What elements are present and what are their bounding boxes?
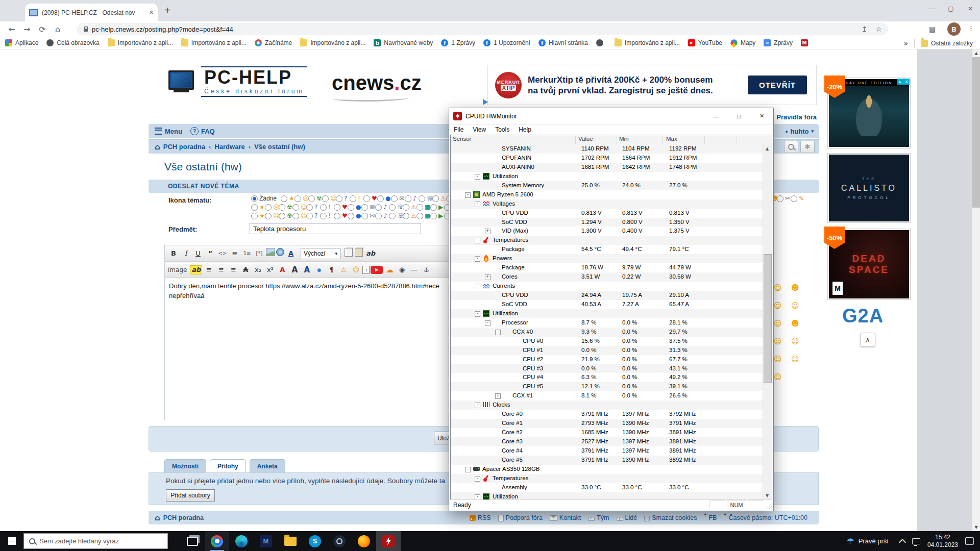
bookmark-item[interactable]: Mapy [730, 39, 755, 46]
radio[interactable] [389, 213, 396, 219]
radio[interactable] [292, 204, 299, 211]
bookmark-item[interactable]: Hlavní stránka [538, 39, 588, 46]
sensor-row[interactable]: CPU #2 21.9 % 0.0 % 67.7 % [451, 355, 763, 364]
bookmark-item[interactable]: Začínáme [255, 39, 292, 46]
chrome-taskbar-button[interactable] [205, 531, 229, 551]
bookmark-star-icon[interactable]: ☆ [875, 25, 882, 33]
scrollbar-up-arrow[interactable]: ▲ [972, 49, 980, 57]
radio[interactable] [295, 195, 301, 202]
radio[interactable] [419, 195, 425, 202]
bookmarks-overflow-icon[interactable]: » [903, 39, 908, 47]
radio[interactable] [432, 195, 439, 202]
forward-icon[interactable]: → [19, 24, 35, 34]
add-files-button[interactable]: Přidat soubory [166, 489, 215, 502]
sensor-row[interactable]: - AMD Ryzen 5 2600 [451, 190, 763, 199]
share-icon[interactable]: ↥ [862, 25, 868, 33]
new-tab-button[interactable]: + [164, 5, 170, 15]
topic-icon-option[interactable]: ☺ [292, 204, 306, 211]
topic-icon-option[interactable]: ♥ [363, 195, 377, 202]
topic-icon-option[interactable]: ✉ [361, 213, 375, 219]
address-bar[interactable]: pc-help.cnews.cz/posting.php?mode=post&f… [77, 23, 888, 35]
sensor-row[interactable]: - Temperatures [451, 474, 763, 483]
topic-icon-option[interactable]: ▶ [430, 204, 444, 211]
window-close-button[interactable]: ✕ [961, 0, 980, 17]
bookmark-item[interactable]: Navrhované weby [374, 39, 433, 46]
topic-icon-option[interactable]: ? [336, 195, 350, 202]
topic-icon-option[interactable]: ♪ [405, 195, 419, 202]
sensor-row[interactable]: CPU #5 12.1 % 0.0 % 39.1 % [451, 382, 763, 391]
editor-toolbar-button[interactable]: ¶ [326, 264, 337, 276]
bookmark-item[interactable]: 1 Upozornění [483, 39, 530, 46]
topic-icon-option[interactable]: ✎ [791, 195, 804, 202]
sensor-row[interactable]: Core #3 2527 MHz 1397 MHz 3891 MHz [451, 437, 763, 446]
editor-toolbar-button[interactable]: ⚠ [338, 264, 349, 276]
radio-checked[interactable] [251, 195, 258, 202]
radio[interactable] [403, 204, 409, 211]
subject-input[interactable]: Teplota procesoru [250, 223, 421, 234]
firefox-taskbar-button[interactable] [352, 531, 376, 551]
back-icon[interactable]: ← [4, 24, 19, 34]
topic-icon-option[interactable]: ⚠ [432, 195, 446, 202]
editor-toolbar-button[interactable]: U [192, 248, 204, 259]
sensor-row[interactable]: CPU #4 6.3 % 0.0 % 49.2 % [451, 373, 763, 382]
radio[interactable] [292, 213, 299, 219]
smiley-icon[interactable]: ☺ [774, 319, 791, 328]
tree-expander-icon[interactable]: - [475, 284, 480, 289]
radio[interactable] [336, 195, 342, 202]
radio[interactable] [430, 204, 437, 211]
home-icon[interactable]: ⌂ [155, 142, 160, 152]
editor-toolbar-button[interactable]: ≡ [203, 264, 214, 276]
font-select[interactable]: Výchozí▾ [301, 248, 340, 259]
file-explorer-taskbar-button[interactable] [278, 531, 303, 551]
editor-toolbar-button[interactable]: ● [313, 264, 325, 276]
smiley-icon[interactable]: ☻ [791, 283, 808, 292]
menu-item[interactable]: Help [514, 126, 536, 133]
tree-expander-icon[interactable]: - [475, 238, 480, 243]
footer-link[interactable]: Smazat cookies [644, 514, 697, 521]
bookmark-item[interactable] [801, 39, 811, 46]
tab[interactable]: Anketa [250, 459, 285, 473]
task-view-taskbar-button[interactable] [180, 531, 205, 551]
sensor-row[interactable]: - Powers [451, 254, 763, 263]
editor-toolbar-button[interactable] [266, 248, 275, 256]
topic-icon-option[interactable]: ♥ [334, 204, 348, 211]
sensor-row[interactable]: - Utilization [451, 492, 763, 499]
sensor-row[interactable]: - CCX #0 9.3 % 0.0 % 29.7 % [451, 328, 763, 337]
topic-icon-option[interactable]: ● [377, 195, 391, 202]
bookmark-item[interactable]: Celá obrazovka [46, 39, 99, 46]
callisto-logo-ad[interactable]: THE CALLISTO PROTOCOL [827, 153, 911, 223]
sensor-row[interactable]: Core #1 2793 MHz 1390 MHz 3791 MHz [451, 419, 763, 428]
radio[interactable] [416, 204, 423, 211]
editor-toolbar-button[interactable]: x₂ [252, 264, 263, 276]
footer-link[interactable]: Tým [588, 514, 609, 521]
scrollbar-down-arrow[interactable]: ▼ [972, 523, 980, 531]
radio[interactable] [791, 195, 797, 202]
browser-menu-icon[interactable]: ⋮ [968, 24, 974, 32]
mail-app-taskbar-button[interactable]: M [254, 531, 278, 551]
sensor-row[interactable]: SoC VDD 1.294 V 0.800 V 1.350 V [451, 218, 763, 227]
radio[interactable] [375, 204, 382, 211]
radio[interactable] [777, 195, 783, 202]
topic-icon-option[interactable]: ♪ [375, 204, 389, 211]
radio[interactable] [281, 195, 287, 202]
radio[interactable] [405, 195, 411, 202]
bookmark-item[interactable] [596, 39, 606, 46]
user-menu[interactable]: • huhto ▾ [786, 128, 814, 135]
editor-toolbar-button[interactable]: A [240, 264, 251, 276]
tree-expander-icon[interactable]: - [475, 476, 480, 482]
menu-link[interactable]: Menu [165, 128, 182, 135]
hw-minimize-button[interactable]: — [704, 108, 727, 124]
tree-expander-icon[interactable]: + [495, 393, 501, 399]
edge-taskbar-button[interactable] [229, 531, 254, 551]
sensor-row[interactable]: + Cores 3.51 W 0.22 W 30.58 W [451, 272, 763, 282]
editor-toolbar-button[interactable]: ⚓ [421, 264, 432, 276]
network-icon[interactable] [912, 538, 920, 544]
sensor-row[interactable]: SoC VDD 40.53 A 7.27 A 65.47 A [451, 300, 763, 309]
topic-icon-none-option[interactable]: Žádné [251, 195, 281, 202]
bookmark-item[interactable]: Importováno z apli... [300, 39, 365, 46]
topic-icon-option[interactable]: ☏ [389, 213, 403, 219]
faq-link[interactable]: FAQ [201, 128, 215, 135]
radio[interactable] [251, 204, 258, 211]
radio[interactable] [361, 204, 368, 211]
topic-icon-option[interactable]: ☺ [322, 195, 336, 202]
